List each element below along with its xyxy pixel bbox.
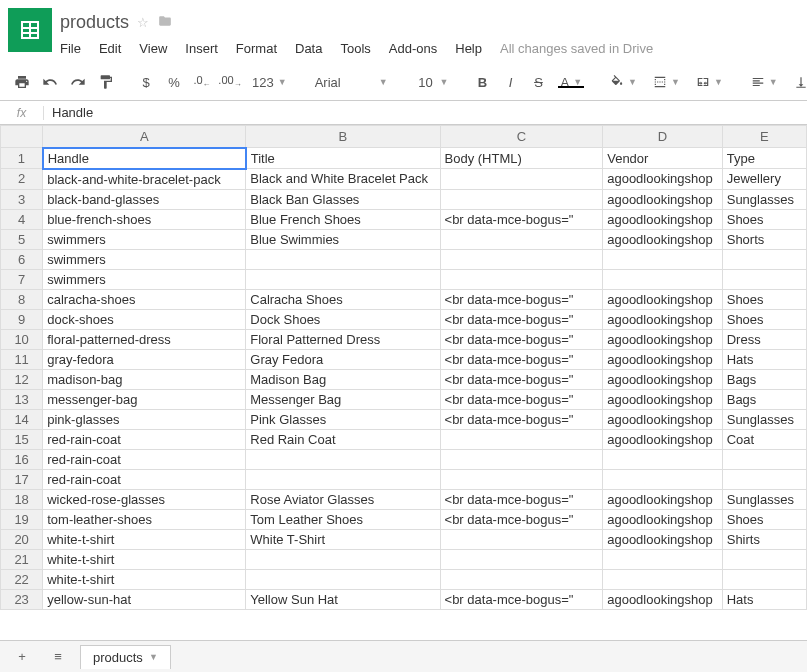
cell[interactable]: red-rain-coat	[43, 449, 246, 469]
cell[interactable]: red-rain-coat	[43, 429, 246, 449]
cell[interactable]	[440, 269, 603, 289]
cell[interactable]: calracha-shoes	[43, 289, 246, 309]
cell[interactable]: Hats	[722, 589, 806, 609]
cell[interactable]	[440, 529, 603, 549]
cell[interactable]	[440, 569, 603, 589]
row-header[interactable]: 3	[1, 189, 43, 209]
currency-button[interactable]: $	[134, 70, 158, 94]
cell[interactable]	[722, 569, 806, 589]
cell[interactable]: agoodlookingshop	[603, 389, 723, 409]
cell[interactable]: agoodlookingshop	[603, 509, 723, 529]
doc-title[interactable]: products	[60, 12, 129, 33]
cell[interactable]: agoodlookingshop	[603, 209, 723, 229]
cell[interactable]: <br data-mce-bogus="	[440, 349, 603, 369]
number-format-dropdown[interactable]: 123▼	[246, 75, 293, 90]
cell[interactable]	[603, 269, 723, 289]
cell[interactable]: swimmers	[43, 229, 246, 249]
col-header-D[interactable]: D	[603, 126, 723, 148]
cell[interactable]: Shirts	[722, 529, 806, 549]
row-header[interactable]: 7	[1, 269, 43, 289]
cell[interactable]: agoodlookingshop	[603, 229, 723, 249]
cell[interactable]: swimmers	[43, 249, 246, 269]
borders-dropdown[interactable]: ▼	[647, 75, 686, 89]
cell[interactable]: agoodlookingshop	[603, 329, 723, 349]
cell[interactable]: Yellow Sun Hat	[246, 589, 440, 609]
cell[interactable]: Shoes	[722, 309, 806, 329]
row-header[interactable]: 12	[1, 369, 43, 389]
cell[interactable]: Blue French Shoes	[246, 209, 440, 229]
cell[interactable]: <br data-mce-bogus="	[440, 329, 603, 349]
cell[interactable]: pink-glasses	[43, 409, 246, 429]
row-header[interactable]: 5	[1, 229, 43, 249]
cell[interactable]	[246, 269, 440, 289]
cell[interactable]: agoodlookingshop	[603, 169, 723, 190]
font-family-dropdown[interactable]: Arial▼	[309, 75, 394, 90]
decrease-decimal-button[interactable]: .0←	[190, 70, 214, 94]
cell[interactable]: agoodlookingshop	[603, 349, 723, 369]
menu-data[interactable]: Data	[295, 41, 322, 56]
sheets-logo[interactable]	[8, 8, 52, 52]
row-header[interactable]: 19	[1, 509, 43, 529]
cell[interactable]: Sunglasses	[722, 409, 806, 429]
row-header[interactable]: 1	[1, 148, 43, 169]
h-align-dropdown[interactable]: ▼	[745, 75, 784, 89]
cell[interactable]: Shoes	[722, 289, 806, 309]
cell[interactable]: agoodlookingshop	[603, 589, 723, 609]
font-size-dropdown[interactable]: 10▼	[410, 75, 455, 90]
percent-button[interactable]: %	[162, 70, 186, 94]
cell[interactable]: <br data-mce-bogus="	[440, 289, 603, 309]
cell[interactable]	[722, 469, 806, 489]
menu-help[interactable]: Help	[455, 41, 482, 56]
v-align-dropdown[interactable]: ▼	[788, 75, 807, 89]
cell[interactable]: gray-fedora	[43, 349, 246, 369]
row-header[interactable]: 10	[1, 329, 43, 349]
star-icon[interactable]: ☆	[137, 15, 149, 30]
row-header[interactable]: 8	[1, 289, 43, 309]
fill-color-dropdown[interactable]: ▼	[604, 75, 643, 89]
italic-button[interactable]: I	[498, 70, 522, 94]
cell[interactable]: <br data-mce-bogus="	[440, 309, 603, 329]
cell[interactable]: Dock Shoes	[246, 309, 440, 329]
cell[interactable]: Black Ban Glasses	[246, 189, 440, 209]
cell[interactable]	[440, 429, 603, 449]
cell[interactable]	[722, 249, 806, 269]
cell[interactable]: dock-shoes	[43, 309, 246, 329]
cell[interactable]: Hats	[722, 349, 806, 369]
cell[interactable]	[603, 449, 723, 469]
cell[interactable]: white-t-shirt	[43, 529, 246, 549]
row-header[interactable]: 17	[1, 469, 43, 489]
cell[interactable]: Sunglasses	[722, 189, 806, 209]
cell[interactable]: <br data-mce-bogus="	[440, 489, 603, 509]
cell[interactable]: Type	[722, 148, 806, 169]
cell[interactable]: Calracha Shoes	[246, 289, 440, 309]
row-header[interactable]: 16	[1, 449, 43, 469]
cell[interactable]: Tom Leather Shoes	[246, 509, 440, 529]
cell[interactable]	[246, 469, 440, 489]
cell[interactable]: Shoes	[722, 209, 806, 229]
cell[interactable]: Body (HTML)	[440, 148, 603, 169]
cell[interactable]: Handle	[43, 148, 246, 169]
cell[interactable]: Sunglasses	[722, 489, 806, 509]
cell[interactable]: Blue Swimmies	[246, 229, 440, 249]
cell[interactable]: wicked-rose-glasses	[43, 489, 246, 509]
cell[interactable]: blue-french-shoes	[43, 209, 246, 229]
cell[interactable]: floral-patterned-dress	[43, 329, 246, 349]
row-header[interactable]: 13	[1, 389, 43, 409]
cell[interactable]: Coat	[722, 429, 806, 449]
menu-add-ons[interactable]: Add-ons	[389, 41, 437, 56]
cell[interactable]: White T-Shirt	[246, 529, 440, 549]
cell[interactable]: <br data-mce-bogus="	[440, 209, 603, 229]
cell[interactable]: agoodlookingshop	[603, 289, 723, 309]
cell[interactable]: black-and-white-bracelet-pack	[43, 169, 246, 190]
bold-button[interactable]: B	[470, 70, 494, 94]
cell[interactable]: white-t-shirt	[43, 549, 246, 569]
menu-tools[interactable]: Tools	[340, 41, 370, 56]
cell[interactable]: agoodlookingshop	[603, 409, 723, 429]
cell[interactable]: yellow-sun-hat	[43, 589, 246, 609]
cell[interactable]: messenger-bag	[43, 389, 246, 409]
menu-insert[interactable]: Insert	[185, 41, 218, 56]
menu-format[interactable]: Format	[236, 41, 277, 56]
cell[interactable]	[246, 449, 440, 469]
cell[interactable]	[722, 449, 806, 469]
cell[interactable]	[722, 269, 806, 289]
